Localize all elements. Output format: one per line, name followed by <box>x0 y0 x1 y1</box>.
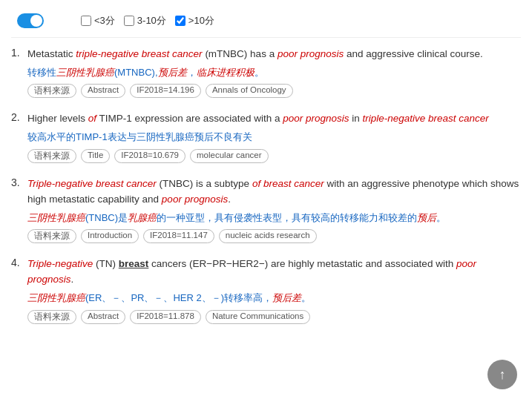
toolbar: <3分3-10分>10分 <box>11 7 521 38</box>
filter-item-1[interactable]: 3-10分 <box>124 14 166 27</box>
badge-3-2[interactable]: IF2018=11.878 <box>130 310 201 324</box>
result-badges-0: 语料来源AbstractIF2018=14.196Annals of Oncol… <box>27 84 521 98</box>
translate-toggle[interactable] <box>17 13 44 28</box>
result-number-2: 3. <box>11 176 20 188</box>
result-badges-2: 语料来源IntroductionIF2018=11.147nucleic aci… <box>27 229 521 243</box>
result-item-0: 1.Metastatic triple-negative breast canc… <box>11 47 521 98</box>
result-en-0: Metastatic triple-negative breast cancer… <box>27 47 521 62</box>
filter-checkbox-1[interactable] <box>124 16 134 26</box>
result-zh-1: 较高水平的TIMP-1表达与三阴性乳腺癌预后不良有关 <box>27 130 521 145</box>
badge-2-1[interactable]: Introduction <box>81 229 139 243</box>
badge-0-1[interactable]: Abstract <box>81 84 125 98</box>
filter-item-0[interactable]: <3分 <box>81 14 115 27</box>
result-badges-1: 语料来源TitleIF2018=10.679molecular cancer <box>27 149 521 163</box>
filter-item-2[interactable]: >10分 <box>175 14 214 27</box>
result-zh-3: 三阴性乳腺癌(ER、－、PR、－、HER 2、－)转移率高，预后差。 <box>27 291 521 306</box>
badge-3-1[interactable]: Abstract <box>81 310 125 324</box>
badge-2-2[interactable]: IF2018=11.147 <box>143 229 214 243</box>
result-zh-2: 三阴性乳腺癌(TNBC)是乳腺癌的一种亚型，具有侵袭性表型，具有较高的转移能力和… <box>27 211 521 225</box>
filter-group: <3分3-10分>10分 <box>81 14 214 27</box>
filter-label-1: 3-10分 <box>137 14 166 27</box>
result-item-2: 3.Triple-negative breast cancer (TNBC) i… <box>11 176 521 243</box>
translate-section <box>11 13 44 28</box>
result-badges-3: 语料来源AbstractIF2018=11.878Nature Communic… <box>27 310 521 324</box>
result-zh-0: 转移性三阴性乳腺癌(MTNBC),预后差，临床进程积极。 <box>27 65 521 80</box>
badge-0-3[interactable]: Annals of Oncology <box>206 84 293 98</box>
result-en-3: Triple-negative (TN) breast cancers (ER−… <box>27 257 521 288</box>
result-item-3: 4.Triple-negative (TN) breast cancers (E… <box>11 257 521 323</box>
result-item-1: 2.Higher levels of TIMP-1 expression are… <box>11 111 521 162</box>
result-number-0: 1. <box>11 47 20 59</box>
result-en-1: Higher levels of TIMP-1 expression are a… <box>27 111 521 127</box>
result-en-2: Triple-negative breast cancer (TNBC) is … <box>27 176 521 208</box>
badge-1-1[interactable]: Title <box>81 149 110 163</box>
badge-3-0[interactable]: 语料来源 <box>27 310 76 324</box>
badge-0-2[interactable]: IF2018=14.196 <box>130 84 201 98</box>
badge-1-2[interactable]: IF2018=10.679 <box>114 149 185 163</box>
badge-3-3[interactable]: Nature Communications <box>206 310 310 324</box>
filter-checkbox-2[interactable] <box>175 16 185 26</box>
filter-checkbox-0[interactable] <box>81 16 91 26</box>
badge-1-3[interactable]: molecular cancer <box>190 149 269 163</box>
badge-2-0[interactable]: 语料来源 <box>27 229 76 243</box>
badge-1-0[interactable]: 语料来源 <box>27 149 76 163</box>
result-number-1: 2. <box>11 111 20 123</box>
scroll-top-button[interactable]: ↑ <box>487 360 517 389</box>
badge-0-0[interactable]: 语料来源 <box>27 84 76 98</box>
result-number-3: 4. <box>11 257 20 268</box>
badge-2-3[interactable]: nucleic acids research <box>219 229 317 243</box>
filter-label-0: <3分 <box>94 14 115 27</box>
filter-label-2: >10分 <box>188 14 214 27</box>
results-list: 1.Metastatic triple-negative breast canc… <box>11 47 521 324</box>
